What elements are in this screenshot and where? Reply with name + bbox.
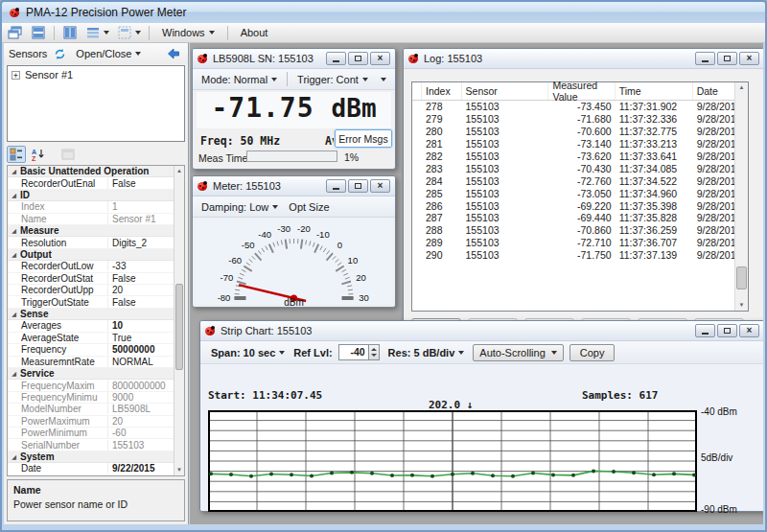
log-table-row[interactable]: 290155103-71.75011:37:37.1399/28/2015 — [412, 249, 748, 262]
minimize-button[interactable] — [695, 52, 715, 65]
maximize-button[interactable] — [348, 52, 368, 65]
property-row[interactable]: Frequency50000000 — [8, 344, 174, 356]
category-expander-icon[interactable]: ◢ — [8, 453, 20, 460]
log-window-titlebar[interactable]: Log: 155103 × — [404, 49, 763, 69]
log-table-row[interactable]: 288155103-70.86011:37:36.2599/28/2015 — [412, 224, 748, 237]
log-column-header[interactable]: Time — [616, 82, 693, 100]
opt-size-button[interactable]: Opt Size — [286, 200, 332, 214]
measure-window-titlebar[interactable]: LB5908L SN: 155103 × — [193, 49, 395, 69]
ref-lvl-spinner[interactable]: -40 — [338, 344, 380, 360]
minimize-button[interactable] — [326, 52, 346, 65]
mode-dropdown[interactable]: Mode: Normal — [198, 73, 280, 86]
trigger-dropdown[interactable]: Trigger: Cont — [294, 73, 371, 86]
log-column-header[interactable]: Measured Value — [548, 82, 615, 100]
open-close-dropdown[interactable]: Open/Close — [73, 47, 144, 60]
tile-horizontal-button[interactable] — [29, 24, 48, 41]
menu-about[interactable]: About — [234, 24, 275, 41]
property-value[interactable]: 50000000 — [108, 344, 174, 355]
scroll-mode-combobox[interactable]: Auto-Scrolling — [473, 344, 563, 361]
tree-item-sensor-1[interactable]: + Sensor #1 — [8, 66, 184, 83]
arrange-windows-button[interactable] — [83, 24, 111, 41]
category-expander-icon[interactable]: ◢ — [8, 311, 20, 317]
scrollbar-thumb[interactable] — [736, 266, 747, 289]
close-button[interactable]: × — [739, 52, 759, 65]
property-row[interactable]: RecorderOutLow-33 — [8, 261, 174, 272]
menu-windows[interactable]: Windows — [155, 24, 221, 41]
log-table-row[interactable]: 287155103-69.44011:37:35.8289/28/2015 — [412, 212, 748, 224]
property-value[interactable]: 9000 — [108, 392, 174, 403]
log-table-row[interactable]: 282155103-73.62011:37:33.6419/28/2015 — [412, 150, 748, 163]
property-row[interactable]: ResolutionDigits_2 — [8, 237, 174, 248]
property-value[interactable]: NORMAL — [108, 357, 174, 367]
scroll-up-icon[interactable]: ▲ — [735, 82, 748, 93]
damping-dropdown[interactable]: Damping: Low — [198, 200, 281, 214]
tree-expander-icon[interactable]: + — [12, 71, 20, 80]
meter-window-titlebar[interactable]: Meter: 155103 × — [193, 176, 395, 197]
log-column-header[interactable]: Index — [422, 82, 462, 100]
property-row[interactable]: FrequencyMaxim8000000000 — [8, 380, 174, 391]
property-category-row[interactable]: ◢System — [8, 451, 174, 463]
log-table-row[interactable]: 286155103-69.22011:37:35.3989/28/2015 — [412, 199, 748, 212]
log-column-header[interactable]: Sensor — [462, 82, 549, 100]
property-row[interactable]: AverageStateTrue — [8, 333, 174, 344]
property-value[interactable]: LB5908L — [108, 404, 174, 414]
property-row[interactable]: FrequencyMinimu9000 — [8, 392, 174, 404]
property-row[interactable]: PowerMinimum-60 — [8, 428, 174, 439]
property-row[interactable]: NameSensor #1 — [8, 214, 174, 225]
property-category-row[interactable]: ◢Measure — [8, 225, 174, 237]
property-row[interactable]: Date9/22/2015 — [8, 463, 174, 474]
minimize-button[interactable] — [695, 324, 715, 337]
property-row[interactable]: ModelNumberLB5908L — [8, 404, 174, 415]
tile-vertical-button[interactable] — [60, 24, 80, 41]
category-expander-icon[interactable]: ◢ — [8, 168, 20, 174]
log-table-row[interactable]: 289155103-72.71011:37:36.7079/28/2015 — [412, 237, 748, 249]
spin-down-icon[interactable] — [371, 354, 377, 357]
property-row[interactable]: RecorderOutStatFalse — [8, 273, 174, 285]
category-expander-icon[interactable]: ◢ — [8, 192, 20, 198]
property-value[interactable]: 1 — [108, 201, 174, 212]
property-row[interactable]: TriggerOutStateFalse — [8, 296, 174, 308]
scroll-down-icon[interactable]: ▼ — [735, 300, 748, 311]
ref-lvl-value[interactable]: -40 — [338, 344, 369, 360]
window-layout-button[interactable] — [115, 24, 143, 41]
log-table-row[interactable]: 280155103-70.60011:37:32.7759/28/2015 — [412, 126, 748, 138]
collapse-panel-button[interactable] — [164, 46, 183, 62]
property-value[interactable]: 155103 — [108, 440, 174, 451]
span-dropdown[interactable]: Span: 10 sec — [208, 346, 288, 359]
property-value[interactable]: 20 — [108, 285, 174, 295]
maximize-button[interactable] — [717, 324, 737, 337]
spin-up-icon[interactable] — [371, 348, 377, 351]
copy-button[interactable]: Copy — [569, 344, 616, 361]
property-row[interactable]: Index1 — [8, 201, 174, 213]
refresh-button[interactable] — [54, 48, 66, 60]
property-row[interactable]: RecorderOutEnalFalse — [8, 177, 174, 189]
maximize-button[interactable] — [348, 179, 368, 193]
category-expander-icon[interactable]: ◢ — [8, 251, 20, 258]
cascade-windows-button[interactable] — [6, 24, 25, 41]
property-category-row[interactable]: ◢ID — [8, 190, 174, 201]
property-value[interactable]: -33 — [108, 261, 174, 271]
property-value[interactable]: False — [108, 273, 174, 284]
property-row[interactable]: SerialNumber155103 — [8, 439, 174, 451]
property-value[interactable]: Digits_2 — [108, 238, 174, 248]
property-value[interactable]: Sensor #1 — [108, 214, 174, 224]
property-value[interactable]: -60 — [108, 428, 174, 438]
close-button[interactable]: × — [739, 324, 759, 337]
scrollbar-thumb[interactable] — [175, 284, 183, 370]
property-category-row[interactable]: ◢Output — [8, 249, 174, 261]
property-category-row[interactable]: ◢Sense — [8, 309, 174, 320]
log-table-row[interactable]: 278155103-73.45011:37:31.9029/28/2015 — [412, 101, 748, 113]
scroll-down-icon[interactable]: ▼ — [174, 465, 184, 475]
property-value[interactable]: 10 — [108, 320, 174, 331]
property-value[interactable]: 9/22/2015 — [108, 463, 174, 474]
error-msgs-button[interactable]: Error Msgs — [335, 129, 392, 148]
property-row[interactable]: RecorderOutUpp20 — [8, 285, 174, 296]
maximize-button[interactable] — [717, 52, 737, 65]
log-scrollbar[interactable]: ▲ ▼ — [734, 82, 748, 311]
property-value[interactable]: True — [108, 333, 174, 343]
minimize-button[interactable] — [326, 179, 346, 193]
resolution-dropdown[interactable]: Res: 5 dB/div — [385, 346, 468, 359]
property-value[interactable]: 3:40:23 — [108, 475, 174, 476]
property-value[interactable]: False — [108, 297, 174, 308]
log-table-row[interactable]: 285155103-73.05011:37:34.9609/28/2015 — [412, 187, 748, 199]
